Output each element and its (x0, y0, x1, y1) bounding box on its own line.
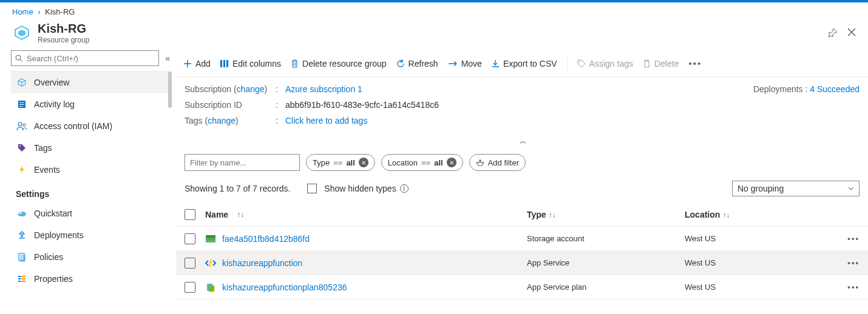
sidebar-item-label: Access control (IAM) (34, 121, 112, 131)
sidebar-item-deployments[interactable]: Deployments (11, 224, 170, 246)
subscription-key: Subscription (change) (185, 84, 276, 94)
move-button[interactable]: Move (448, 59, 482, 68)
grouping-value: No grouping (737, 184, 784, 193)
resource-name-link[interactable]: fae4a501fb8d412b86fd (222, 234, 310, 244)
scrollbar[interactable] (168, 72, 172, 108)
svg-rect-10 (20, 255, 25, 262)
svg-rect-14 (21, 278, 25, 279)
col-header-location[interactable]: Location↑↓ (685, 210, 835, 219)
svg-point-0 (16, 55, 21, 60)
collapse-sidebar-icon[interactable]: « (165, 53, 170, 63)
resource-type: Storage account (527, 234, 685, 243)
sort-icon: ↑↓ (549, 211, 556, 219)
sidebar-item-label: Policies (34, 252, 63, 262)
select-all-checkbox[interactable] (185, 209, 195, 220)
sidebar-heading-settings: Settings (11, 181, 170, 202)
tags-key: Tags (change) (185, 116, 276, 125)
lightning-icon (16, 164, 28, 176)
row-checkbox[interactable] (185, 233, 195, 244)
page-header: Kish-RG Resource group (0, 19, 868, 50)
add-button[interactable]: Add (183, 59, 211, 68)
collapse-essentials-icon[interactable]: ︽ (176, 135, 868, 150)
sidebar-search-input[interactable] (27, 54, 155, 63)
resource-group-icon (12, 23, 32, 42)
resource-type: App Service plan (527, 282, 685, 292)
sidebar-item-quickstart[interactable]: Quickstart (11, 202, 170, 224)
table-row[interactable]: fae4a501fb8d412b86fd Storage account Wes… (176, 227, 868, 251)
table-row[interactable]: kishazureappfunctionplan805236 App Servi… (176, 275, 868, 299)
refresh-icon (396, 59, 405, 68)
sidebar-search[interactable] (11, 50, 159, 66)
breadcrumb-current: Kish-RG (45, 7, 75, 16)
resource-name-link[interactable]: kishazureappfunction (222, 258, 302, 268)
sidebar-item-properties[interactable]: Properties (11, 268, 170, 290)
filter-name-input[interactable] (185, 154, 300, 171)
sidebar-item-policies[interactable]: Policies (11, 246, 170, 268)
row-more-button[interactable]: ••• (835, 258, 860, 267)
plus-icon (183, 59, 192, 68)
table-row[interactable]: kishazureappfunction App Service West US… (176, 251, 868, 275)
row-more-button[interactable]: ••• (835, 282, 860, 292)
close-icon[interactable] (847, 28, 856, 38)
assign-tags-button[interactable]: Assign tags (577, 59, 633, 68)
change-tags-link[interactable]: change (208, 116, 236, 125)
delete-button[interactable]: Delete (643, 59, 679, 68)
col-header-name[interactable]: Name↑↓ (205, 210, 527, 219)
info-icon[interactable]: i (400, 184, 409, 193)
pin-icon[interactable] (828, 28, 838, 38)
sidebar-item-label: Activity log (34, 99, 75, 109)
app-service-plan-icon (205, 282, 216, 293)
grouping-select[interactable]: No grouping (732, 181, 860, 196)
delete-rg-button[interactable]: Delete resource group (291, 59, 387, 68)
quickstart-icon (16, 207, 28, 219)
row-checkbox[interactable] (185, 282, 195, 293)
row-checkbox[interactable] (185, 258, 195, 269)
filter-icon (476, 159, 484, 166)
clear-filter-icon[interactable]: ✕ (447, 158, 456, 167)
subscription-value[interactable]: Azure subscription 1 (285, 84, 362, 94)
export-csv-button[interactable]: Export to CSV (492, 59, 557, 68)
assign-tags-label: Assign tags (589, 59, 633, 68)
svg-rect-22 (206, 238, 215, 240)
deployments-value[interactable]: 4 Succeeded (810, 84, 860, 94)
sort-icon: ↑↓ (722, 211, 730, 219)
sidebar-item-events[interactable]: Events (11, 159, 170, 181)
filter-pill-type[interactable]: Type == all ✕ (306, 154, 375, 171)
show-hidden-checkbox[interactable] (307, 184, 317, 193)
clear-filter-icon[interactable]: ✕ (359, 158, 368, 167)
resource-name-link[interactable]: kishazureappfunctionplan805236 (222, 282, 347, 292)
chevron-right-icon: › (38, 7, 40, 16)
resource-location: West US (685, 258, 835, 267)
resource-location: West US (685, 282, 835, 292)
row-more-button[interactable]: ••• (835, 234, 860, 243)
breadcrumb-home[interactable]: Home (12, 7, 33, 16)
delete-label: Delete (654, 59, 679, 68)
tags-value[interactable]: Click here to add tags (285, 116, 367, 125)
page-title: Kish-RG (38, 21, 89, 36)
filter-bar: Type == all ✕ Location == all ✕ Add filt… (176, 150, 868, 175)
sidebar-item-label: Overview (34, 78, 69, 87)
arrow-right-icon (448, 60, 458, 67)
log-icon (16, 98, 28, 110)
col-header-type[interactable]: Type↑↓ (527, 210, 685, 219)
svg-rect-4 (19, 106, 22, 107)
refresh-button[interactable]: Refresh (396, 59, 438, 68)
svg-rect-21 (206, 235, 215, 238)
add-filter-button[interactable]: Add filter (469, 154, 526, 171)
resource-location: West US (685, 234, 835, 243)
change-subscription-link[interactable]: change (237, 84, 265, 94)
refresh-label: Refresh (409, 59, 438, 68)
page-subtitle: Resource group (38, 36, 89, 44)
more-commands-button[interactable]: ••• (688, 58, 702, 68)
download-icon (492, 59, 500, 68)
sidebar-item-overview[interactable]: Overview (11, 72, 170, 93)
edit-columns-button[interactable]: Edit columns (220, 59, 281, 68)
sidebar-item-activity-log[interactable]: Activity log (11, 93, 170, 115)
filter-pill-location[interactable]: Location == all ✕ (381, 154, 463, 171)
export-csv-label: Export to CSV (503, 59, 557, 68)
sidebar-item-access-control[interactable]: Access control (IAM) (11, 115, 170, 137)
sidebar-item-tags[interactable]: Tags (11, 137, 170, 159)
storage-account-icon (205, 233, 216, 244)
command-bar: Add Edit columns Delete resource group R… (176, 50, 868, 77)
add-label: Add (195, 59, 211, 68)
